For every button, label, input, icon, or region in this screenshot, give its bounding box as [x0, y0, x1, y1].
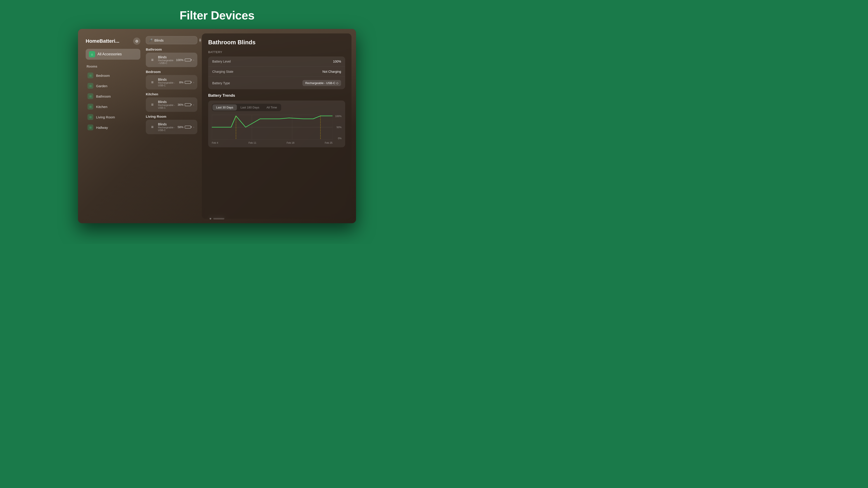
device-group-label-living room: Living Room — [146, 115, 197, 119]
room-icon: ⊞ — [88, 93, 93, 99]
device-info: Blinds Rechargeable - USB-C — [158, 55, 174, 64]
device-sub: Rechargeable - USB-C — [158, 104, 176, 109]
room-name: Hallway — [96, 126, 108, 129]
battery-type-button[interactable]: Rechargeable - USB-C ◇ — [303, 80, 341, 86]
app-content: HomeBatteri... ⚙ ⌂ All Accessories Rooms… — [78, 29, 356, 223]
all-accessories-button[interactable]: ⌂ All Accessories — [86, 49, 141, 60]
chevron-right-icon: › — [193, 80, 194, 84]
battery-level-row: Battery Level 100% — [208, 57, 345, 67]
all-accessories-label: All Accessories — [97, 52, 122, 56]
device-sub: Rechargeable - USB-C — [158, 81, 177, 87]
trends-tabs: Last 30 Days Last 180 Days All Time — [212, 104, 281, 111]
chart-x-label-feb11: Feb 11 — [249, 141, 256, 144]
settings-button[interactable]: ⚙ — [133, 37, 141, 45]
device-card[interactable]: ≡ Blinds Rechargeable - USB-C 8% › — [146, 75, 197, 90]
home-header: HomeBatteri... ⚙ — [86, 37, 141, 45]
device-sub: Rechargeable - USB-C — [158, 59, 174, 64]
search-input[interactable] — [154, 38, 197, 42]
room-icon: ⊞ — [88, 125, 93, 130]
device-card[interactable]: ≡ Blinds Rechargeable - USB-C 100% › — [146, 53, 197, 67]
home-title: HomeBatteri... — [86, 38, 119, 44]
detail-title: Bathroom Blinds — [208, 39, 345, 46]
chart-y-label-50: 50% — [333, 126, 342, 129]
device-group-label-bathroom: Bathroom — [146, 47, 197, 51]
sidebar-item-bathroom[interactable]: ⊞ Bathroom — [86, 91, 141, 101]
trends-title: Battery Trends — [208, 93, 345, 98]
chart-y-label-0: 0% — [333, 137, 342, 140]
blinds-icon: ≡ — [149, 79, 156, 86]
left-sidebar: HomeBatteri... ⚙ ⌂ All Accessories Rooms… — [83, 33, 144, 219]
device-battery: 58% — [178, 125, 191, 129]
page-title: Filter Devices — [180, 8, 254, 22]
battery-percent: 8% — [179, 80, 184, 84]
settings-icon: ⚙ — [135, 39, 138, 43]
right-panel: Bathroom Blinds Battery Battery Level 10… — [202, 33, 351, 219]
battery-section-label: Battery — [208, 51, 345, 54]
device-battery: 100% — [176, 58, 191, 62]
tab-last-30-days[interactable]: Last 30 Days — [213, 104, 237, 110]
device-name: Blinds — [158, 55, 174, 59]
battery-type-label: Battery Type — [212, 81, 230, 85]
search-bar[interactable]: 🎤 ✕ — [146, 36, 197, 44]
chevron-right-icon: › — [193, 103, 194, 106]
device-battery: 36% — [178, 103, 191, 106]
battery-bar — [185, 81, 191, 84]
charging-state-row: Charging State Not Charging — [208, 67, 345, 77]
rooms-list: ⊞ Bedroom ⊞ Garden ⊞ Bathroom ⊞ Kitchen … — [86, 70, 141, 132]
device-name: Blinds — [158, 100, 176, 104]
room-name: Living Room — [96, 115, 115, 119]
chart-x-label-feb18: Feb 18 — [287, 141, 294, 144]
room-name: Kitchen — [96, 105, 107, 109]
chart-y-label-100: 100% — [333, 115, 342, 118]
room-icon: ⊞ — [88, 104, 93, 109]
sidebar-item-hallway[interactable]: ⊞ Hallway — [86, 123, 141, 132]
middle-panel: 🎤 ✕ Bathroom ≡ Blinds Rechargeable - USB… — [144, 33, 199, 219]
sidebar-item-living-room[interactable]: ⊞ Living Room — [86, 112, 141, 122]
device-sub: Rechargeable - USB-C — [158, 126, 176, 131]
battery-percent: 58% — [178, 125, 184, 129]
device-battery: 8% — [179, 80, 191, 84]
battery-type-value: Rechargeable - USB-C ◇ — [305, 81, 338, 85]
clear-search-button[interactable]: ✕ — [199, 38, 201, 42]
device-name: Blinds — [158, 123, 176, 126]
sidebar-item-garden[interactable]: ⊞ Garden — [86, 81, 141, 91]
chevron-right-icon: › — [193, 58, 194, 62]
device-info: Blinds Rechargeable - USB-C — [158, 100, 176, 109]
battery-bar — [185, 59, 191, 61]
room-icon: ⊞ — [88, 114, 93, 120]
blinds-icon: ≡ — [149, 124, 156, 130]
tab-last-180-days[interactable]: Last 180 Days — [237, 104, 263, 110]
sidebar-item-bedroom[interactable]: ⊞ Bedroom — [86, 70, 141, 80]
battery-level-value: 100% — [333, 60, 341, 63]
device-list: Bathroom ≡ Blinds Rechargeable - USB-C 1… — [146, 47, 197, 137]
battery-percent: 100% — [176, 58, 183, 62]
chart-y-labels: 100% 50% 0% — [333, 115, 342, 140]
chart-svg — [212, 115, 333, 140]
battery-level-label: Battery Level — [212, 60, 231, 63]
home-icon: ⌂ — [89, 51, 95, 57]
chart-x-label-feb4: Feb 4 — [212, 141, 218, 144]
device-card[interactable]: ≡ Blinds Rechargeable - USB-C 36% › — [146, 97, 197, 112]
rooms-label: Rooms — [86, 65, 141, 68]
device-card[interactable]: ≡ Blinds Rechargeable - USB-C 58% › — [146, 120, 197, 134]
battery-info-card: Battery Level 100% Charging State Not Ch… — [208, 57, 345, 89]
chart-x-labels: Feb 4 Feb 11 Feb 18 Feb 25 — [212, 141, 333, 144]
room-icon: ⊞ — [88, 83, 93, 89]
room-icon: ⊞ — [88, 72, 93, 78]
battery-chart: 100% 50% 0% Feb 4 Feb 11 Feb 18 Feb 25 — [212, 115, 342, 144]
battery-bar — [185, 103, 191, 106]
chart-svg-wrapper — [212, 115, 333, 140]
mic-icon: 🎤 — [149, 38, 153, 42]
device-name: Blinds — [158, 78, 177, 81]
sidebar-item-kitchen[interactable]: ⊞ Kitchen — [86, 102, 141, 111]
room-name: Bathroom — [96, 94, 111, 98]
battery-bar — [185, 126, 191, 129]
chevron-right-icon: › — [193, 125, 194, 129]
charging-state-label: Charging State — [212, 70, 233, 73]
battery-type-row: Battery Type Rechargeable - USB-C ◇ — [208, 77, 345, 89]
tab-all-time[interactable]: All Time — [263, 104, 281, 110]
blinds-icon: ≡ — [149, 57, 156, 63]
blinds-icon: ≡ — [149, 101, 156, 108]
room-name: Bedroom — [96, 74, 110, 77]
battery-percent: 36% — [178, 103, 184, 106]
